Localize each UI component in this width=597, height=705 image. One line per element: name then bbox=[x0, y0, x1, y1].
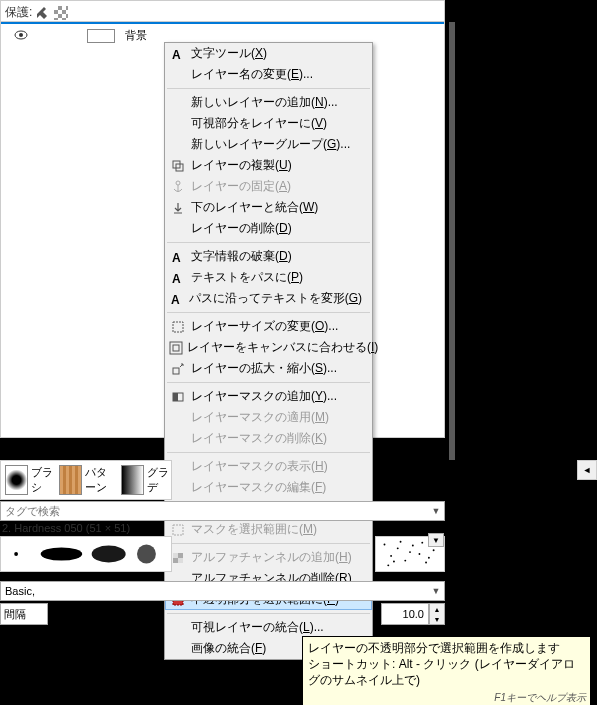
menu-rename-layer[interactable]: レイヤー名の変更(E)... bbox=[165, 64, 372, 85]
resize-icon bbox=[169, 319, 187, 335]
svg-point-33 bbox=[387, 564, 389, 566]
text-icon: A bbox=[169, 249, 187, 265]
scale-icon bbox=[169, 361, 187, 377]
tab-menu-arrow-icon[interactable]: ◄ bbox=[577, 460, 597, 480]
svg-rect-16 bbox=[173, 525, 183, 535]
tag-search-field[interactable]: ▼ bbox=[0, 501, 445, 521]
menu-edit-mask: レイヤーマスクの編集(F) bbox=[165, 477, 372, 498]
layer-name[interactable]: 背景 bbox=[121, 28, 444, 43]
spacing-value[interactable]: 10.0 bbox=[381, 603, 429, 625]
menu-layer-to-imagesize[interactable]: レイヤーをキャンバスに合わせる(I) bbox=[165, 337, 372, 358]
menu-delete-mask: レイヤーマスクの削除(K) bbox=[165, 428, 372, 449]
svg-point-37 bbox=[409, 551, 411, 553]
text-icon: A bbox=[169, 291, 185, 307]
brush-stroke-preview bbox=[0, 536, 172, 572]
layer-context-menu: A 文字ツール(X) レイヤー名の変更(E)... 新しいレイヤーの追加(N).… bbox=[164, 42, 373, 660]
menu-add-mask[interactable]: レイヤーマスクの追加(Y)... bbox=[165, 386, 372, 407]
dropdown-arrow-icon[interactable]: ▼ bbox=[428, 506, 444, 516]
svg-rect-11 bbox=[170, 342, 182, 354]
checker-icon[interactable] bbox=[54, 6, 68, 20]
svg-point-28 bbox=[404, 560, 406, 562]
spin-down-icon[interactable]: ▼ bbox=[430, 614, 444, 624]
svg-text:A: A bbox=[172, 272, 181, 285]
menu-show-mask: レイヤーマスクの表示(H) bbox=[165, 456, 372, 477]
menu-new-layer[interactable]: 新しいレイヤーの追加(N)... bbox=[165, 92, 372, 113]
menu-add-alpha: アルファチャンネルの追加(H) bbox=[165, 547, 372, 568]
spacing-spinner[interactable]: ▲ ▼ bbox=[429, 603, 445, 625]
svg-rect-10 bbox=[173, 322, 183, 332]
svg-point-31 bbox=[425, 562, 427, 564]
merge-down-icon bbox=[169, 200, 187, 216]
dropdown-arrow-icon[interactable]: ▼ bbox=[428, 533, 444, 547]
svg-point-38 bbox=[393, 561, 395, 563]
pattern-tab-thumb[interactable] bbox=[59, 465, 82, 495]
brush-icon[interactable] bbox=[35, 6, 49, 20]
svg-point-35 bbox=[421, 542, 423, 544]
menu-mask-to-selection: マスクを選択範囲に(M) bbox=[165, 519, 372, 540]
menu-discard-text[interactable]: A 文字情報の破棄(D) bbox=[165, 246, 372, 267]
svg-rect-13 bbox=[173, 368, 179, 374]
menu-anchor-layer: レイヤーの固定(A) bbox=[165, 176, 372, 197]
brush-pattern-gradient-tabs: ブラシ パターン グラデ bbox=[0, 460, 172, 500]
svg-point-26 bbox=[390, 555, 392, 557]
svg-text:A: A bbox=[171, 293, 180, 306]
menu-merge-down[interactable]: 下のレイヤーと統合(W) bbox=[165, 197, 372, 218]
toolbar: 保護: bbox=[0, 0, 445, 22]
svg-point-36 bbox=[428, 557, 430, 559]
tag-search-input[interactable] bbox=[1, 505, 428, 517]
spacing-label: 間隔 bbox=[0, 603, 48, 625]
svg-point-30 bbox=[419, 553, 421, 555]
menu-visible-to-layer[interactable]: 可視部分をレイヤーに(V) bbox=[165, 113, 372, 134]
svg-rect-18 bbox=[173, 553, 178, 558]
text-icon: A bbox=[169, 270, 187, 286]
brush-tab-thumb[interactable] bbox=[5, 465, 28, 495]
gradient-tab-label[interactable]: グラデ bbox=[147, 465, 171, 495]
svg-point-25 bbox=[384, 544, 386, 546]
fit-icon bbox=[169, 340, 183, 356]
brush-tab-label[interactable]: ブラシ bbox=[31, 465, 55, 495]
menu-delete-layer[interactable]: レイヤーの削除(D) bbox=[165, 218, 372, 239]
dynamics-label: Basic, bbox=[1, 585, 428, 597]
svg-point-3 bbox=[19, 33, 23, 37]
tooltip: レイヤーの不透明部分で選択範囲を作成します ショートカット: Alt - クリッ… bbox=[302, 636, 591, 705]
svg-point-34 bbox=[400, 541, 402, 543]
menu-new-layer-group[interactable]: 新しいレイヤーグループ(G)... bbox=[165, 134, 372, 155]
dropdown-arrow-icon[interactable]: ▼ bbox=[428, 586, 444, 596]
gradient-tab-thumb[interactable] bbox=[121, 465, 144, 495]
menu-text-tool[interactable]: A 文字ツール(X) bbox=[165, 43, 372, 64]
svg-point-23 bbox=[92, 546, 126, 563]
spin-up-icon[interactable]: ▲ bbox=[430, 604, 444, 614]
svg-text:A: A bbox=[172, 48, 181, 61]
dynamics-row[interactable]: Basic, ▼ bbox=[0, 581, 445, 601]
svg-rect-19 bbox=[178, 558, 183, 563]
tooltip-line2: ショートカット: Alt - クリック (レイヤーダイアログのサムネイル上で) bbox=[308, 656, 585, 688]
brush-name-label: 2. Hardness 050 (51 × 51) bbox=[2, 522, 130, 534]
layer-thumbnail[interactable] bbox=[87, 29, 115, 43]
svg-text:A: A bbox=[172, 251, 181, 264]
tooltip-f1: F1キーでヘルプ表示 bbox=[494, 691, 586, 705]
menu-text-along-path[interactable]: A パスに沿ってテキストを変形(G) bbox=[165, 288, 372, 309]
pattern-tab-label[interactable]: パターン bbox=[85, 465, 117, 495]
anchor-icon bbox=[169, 179, 187, 195]
text-tool-icon: A bbox=[169, 46, 187, 62]
mask-icon bbox=[169, 389, 187, 405]
svg-rect-15 bbox=[173, 393, 178, 401]
svg-point-32 bbox=[433, 549, 435, 551]
tooltip-line1: レイヤーの不透明部分で選択範囲を作成します bbox=[308, 640, 585, 656]
spacing-row: 間隔 10.0 ▲ ▼ bbox=[0, 603, 445, 625]
svg-point-21 bbox=[14, 552, 18, 556]
menu-layer-boundary[interactable]: レイヤーサイズの変更(O)... bbox=[165, 316, 372, 337]
svg-point-22 bbox=[41, 547, 83, 560]
svg-point-29 bbox=[412, 545, 414, 547]
svg-point-27 bbox=[397, 547, 399, 549]
svg-point-24 bbox=[137, 545, 156, 564]
menu-duplicate-layer[interactable]: レイヤーの複製(U) bbox=[165, 155, 372, 176]
duplicate-icon bbox=[169, 158, 187, 174]
svg-rect-12 bbox=[173, 345, 179, 351]
menu-apply-mask: レイヤーマスクの適用(M) bbox=[165, 407, 372, 428]
lock-label: 保護: bbox=[5, 4, 68, 21]
menu-text-to-path[interactable]: A テキストをパスに(P) bbox=[165, 267, 372, 288]
visibility-icon[interactable] bbox=[14, 29, 28, 43]
menu-scale-layer[interactable]: レイヤーの拡大・縮小(S)... bbox=[165, 358, 372, 379]
